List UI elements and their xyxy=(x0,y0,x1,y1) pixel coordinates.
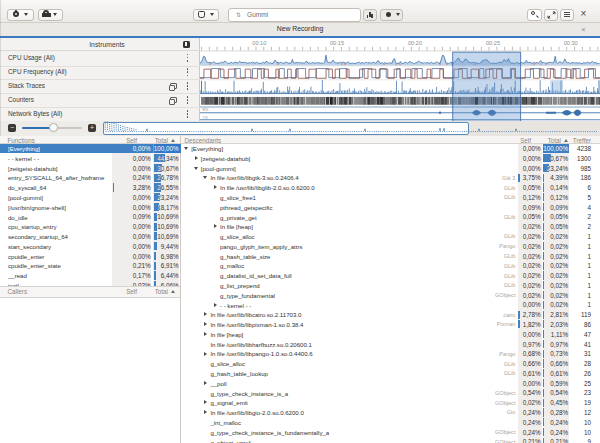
svg-text:RX: RX xyxy=(203,107,209,112)
svg-text:00:20: 00:20 xyxy=(408,40,422,46)
svg-text:00:25: 00:25 xyxy=(486,40,500,46)
svg-text:00:10: 00:10 xyxy=(252,40,266,46)
svg-text:TX: TX xyxy=(203,115,209,120)
svg-text:00:15: 00:15 xyxy=(330,40,344,46)
svg-text:00:30: 00:30 xyxy=(564,40,578,46)
